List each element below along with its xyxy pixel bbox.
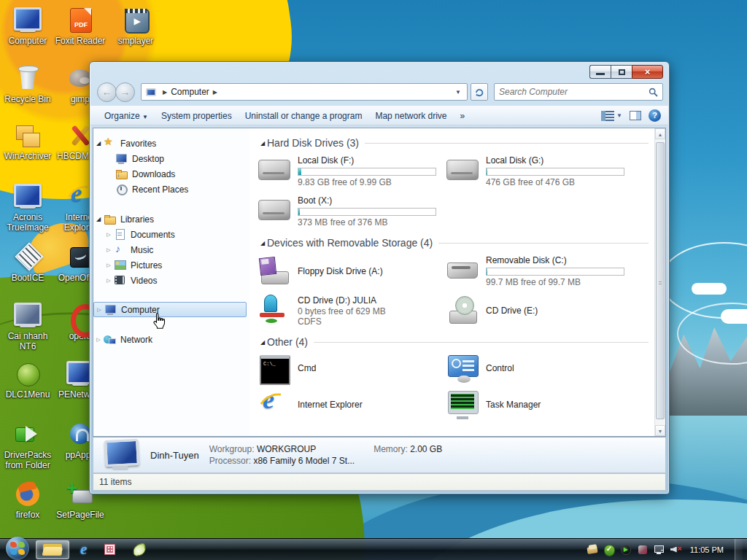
map-network-drive-button[interactable]: Map network drive	[368, 108, 453, 124]
sidebar-item-music[interactable]: ▷Music	[93, 242, 249, 257]
search-input[interactable]	[499, 87, 649, 97]
expander-expanded-icon[interactable]: ◢	[93, 216, 104, 222]
monitor-icon	[12, 303, 43, 329]
desktop-icon-dlc1menu[interactable]: DLC1Menu	[0, 361, 55, 400]
toolbar-overflow-button[interactable]: »	[453, 108, 471, 124]
minimize-button[interactable]	[589, 65, 611, 79]
desktop-icon-firefox[interactable]: firefox	[0, 481, 55, 520]
tray-hardware-icon[interactable]	[587, 544, 598, 556]
close-button[interactable]: ×	[632, 65, 663, 79]
sidebar-item-libraries[interactable]: ◢Libraries	[93, 211, 249, 227]
item-tile-control[interactable]: Control	[445, 350, 633, 386]
scrollbar-thumb[interactable]	[656, 142, 665, 419]
uninstall-program-button[interactable]: Uninstall or change a program	[239, 108, 369, 124]
sidebar-item-computer[interactable]: ▷Computer	[93, 302, 247, 317]
computer-icon	[104, 304, 117, 315]
desktop-icon-acronis[interactable]: Acronis TrueImage	[0, 184, 55, 233]
expander-collapsed-icon[interactable]: ▷	[104, 232, 114, 238]
desktop-icon-recycle-bin[interactable]: Recycle Bin	[0, 66, 55, 104]
breadcrumb-computer[interactable]: Computer	[171, 87, 209, 97]
drive-tile-c[interactable]: Removable Disk (C:)99.7 MB free of 99.7 …	[445, 251, 633, 291]
drive-tile-a[interactable]: Floppy Disk Drive (A:)	[257, 251, 445, 291]
explorer-window: × ← → ▶ Computer ▶ ▼ Organize ▼ Syste	[89, 61, 670, 494]
group-header-removable[interactable]: ◢Devices with Removable Storage (4)	[257, 234, 653, 251]
drive-tile-x[interactable]: Boot (X:)373 MB free of 376 MB	[257, 191, 445, 231]
desktop-icon-foxit[interactable]: Foxit Reader	[53, 7, 108, 46]
drive-tile-d[interactable]: CD Drive (D:) JULIA0 bytes free of 629 M…	[257, 291, 445, 330]
expander-expanded-icon[interactable]: ◢	[93, 140, 104, 147]
processor-field: Processor: x86 Family 6 Model 7 St...	[209, 456, 355, 466]
drive-tile-f[interactable]: Local Disk (F:)9.83 GB free of 9.99 GB	[257, 151, 445, 191]
sidebar-item-videos[interactable]: ▷Videos	[93, 273, 249, 288]
group-header-other[interactable]: ◢Other (4)	[257, 333, 653, 350]
taskbar-explorer-button[interactable]	[36, 540, 69, 559]
taskbar-pinned-app[interactable]	[98, 540, 122, 559]
scroll-down-icon[interactable]: ▼	[655, 425, 665, 436]
expander-collapsed-icon[interactable]: ▷	[104, 262, 114, 268]
vertical-scrollbar[interactable]: ▲ ▼	[654, 128, 665, 436]
capacity-bar	[298, 208, 436, 216]
taskbar-pinned-app[interactable]	[126, 540, 152, 559]
organize-button[interactable]: Organize ▼	[98, 108, 155, 124]
preview-pane-button[interactable]	[630, 111, 641, 120]
sidebar-item-favorites[interactable]: ◢Favorites	[93, 136, 249, 151]
back-button[interactable]: ←	[97, 82, 117, 102]
cmd-terminal-icon	[258, 354, 292, 383]
taskbar-ie-button[interactable]: e	[74, 540, 93, 559]
item-tile-internet-explorer[interactable]: e Internet Explorer	[257, 386, 445, 423]
capacity-bar	[486, 268, 624, 276]
tray-media-player-icon[interactable]	[620, 544, 632, 556]
desktop-icon-bootice[interactable]: BootICE	[0, 244, 55, 283]
address-bar[interactable]: ▶ Computer ▶ ▼	[141, 83, 468, 101]
sidebar-item-network[interactable]: ▷Network	[93, 332, 249, 347]
sidebar-item-pictures[interactable]: ▷Pictures	[93, 257, 249, 273]
computer-icon	[146, 88, 156, 96]
title-bar[interactable]: ×	[90, 62, 669, 79]
system-properties-button[interactable]: System properties	[155, 108, 239, 124]
ie-icon: e	[80, 540, 87, 559]
show-desktop-button[interactable]	[735, 539, 743, 560]
sidebar-item-downloads[interactable]: Downloads	[93, 166, 249, 182]
expander-collapsed-icon[interactable]: ▷	[104, 278, 114, 284]
tray-network-icon[interactable]	[654, 544, 665, 556]
tray-security-shield-icon[interactable]	[603, 544, 615, 556]
drive-tile-e[interactable]: CD Drive (E:)	[445, 291, 633, 330]
recent-places-icon	[115, 184, 128, 195]
drive-tile-g[interactable]: Local Disk (G:)476 GB free of 476 GB	[445, 151, 633, 191]
desktop-icon-label: BootICE	[0, 273, 55, 283]
taskbar-clock[interactable]: 11:05 PM	[687, 545, 729, 554]
breadcrumb-arrow-icon[interactable]: ▶	[213, 89, 217, 96]
desktop-icon-driverpacks[interactable]: DriverPacks from Folder	[0, 421, 55, 470]
maximize-button[interactable]	[611, 65, 632, 79]
desktop-icon-cai-nhanh-nt6[interactable]: Cai nhanh NT6	[0, 303, 55, 351]
expander-collapsed-icon[interactable]: ▷	[94, 307, 104, 313]
group-header-hard-disks[interactable]: ◢Hard Disk Drives (3)	[257, 134, 653, 151]
foxit-pdf-icon	[65, 7, 96, 34]
refresh-button[interactable]	[471, 83, 488, 101]
scrollbar-track[interactable]	[655, 139, 665, 425]
tray-usb-icon[interactable]	[637, 544, 649, 556]
expander-collapsed-icon[interactable]: ▷	[104, 247, 114, 253]
sidebar-item-recent-places[interactable]: Recent Places	[93, 182, 249, 197]
workgroup-field: Workgroup: WORKGROUP	[209, 444, 355, 454]
media-player-icon	[120, 7, 151, 34]
start-button[interactable]	[6, 537, 29, 560]
mouse-cursor-hand	[150, 312, 168, 333]
item-tile-cmd[interactable]: Cmd	[257, 350, 445, 386]
help-button[interactable]: ?	[649, 109, 661, 122]
forward-button[interactable]: →	[115, 82, 135, 102]
search-box[interactable]	[494, 83, 663, 101]
desktop-icon-computer[interactable]: Computer	[0, 7, 55, 46]
address-dropdown-icon[interactable]: ▼	[452, 89, 464, 96]
expander-collapsed-icon[interactable]: ▷	[93, 337, 104, 343]
status-bar: 11 items	[93, 473, 666, 491]
item-tile-task-manager[interactable]: Task Manager	[445, 386, 633, 423]
desktop-icon-smplayer[interactable]: smplayer	[108, 7, 163, 46]
sidebar-item-documents[interactable]: ▷Documents	[93, 227, 249, 242]
sidebar-item-desktop[interactable]: Desktop	[93, 151, 249, 166]
tray-volume-muted-icon[interactable]	[670, 544, 682, 556]
scroll-up-icon[interactable]: ▲	[655, 128, 665, 139]
change-view-button[interactable]: ▼	[601, 111, 622, 121]
item-count: 11 items	[99, 477, 131, 487]
desktop-icon-winarchiver[interactable]: WinArchiver	[0, 122, 55, 161]
